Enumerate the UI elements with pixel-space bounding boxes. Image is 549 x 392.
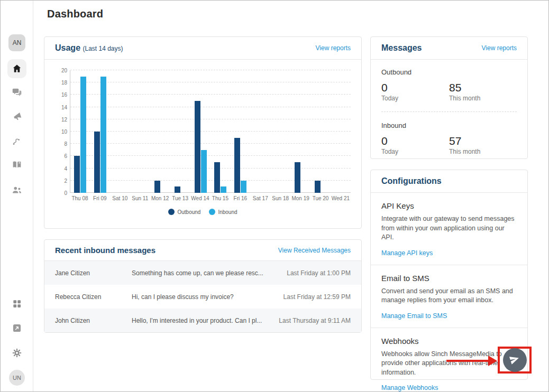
avatar: UN	[9, 370, 25, 386]
legend-item-inbound: Inbound	[209, 209, 237, 215]
sidebar-item-apps[interactable]	[1, 298, 33, 311]
bar-group	[90, 70, 111, 193]
y-axis-tick: 2	[64, 178, 67, 183]
bar-group	[271, 70, 291, 193]
table-row[interactable]: John CitizenHello, I'm interested in you…	[44, 309, 361, 332]
config-section-title: API Keys	[381, 201, 517, 210]
stat-label: This month	[449, 95, 517, 102]
outbound-bar	[295, 162, 300, 193]
stat-label: This month	[449, 148, 517, 155]
config-section-title: Email to SMS	[381, 274, 517, 283]
sidebar-item-knowledge[interactable]	[1, 159, 33, 173]
section-label: Outbound	[381, 68, 517, 76]
stat-label: Today	[381, 148, 449, 155]
message-timestamp: Last Thursday at 9:11 AM	[279, 317, 351, 324]
sidebar-item-flows[interactable]	[1, 135, 33, 149]
bar-group	[231, 70, 251, 193]
message-preview: Hi, can I please discuss my invoice?	[132, 293, 283, 301]
home-icon	[7, 59, 26, 78]
x-axis-label: Sun 18	[270, 195, 290, 201]
month-stat: 57This month	[449, 135, 517, 155]
bar-group	[331, 70, 351, 193]
stat-columns: 0Today57This month	[381, 135, 517, 155]
view-received-messages-link[interactable]: View Received Messages	[278, 247, 351, 254]
sidebar-item-conversations[interactable]	[1, 87, 33, 100]
config-section-description: Convert and send your email as an SMS an…	[381, 287, 517, 305]
inbound-bar	[241, 181, 246, 193]
x-axis-label: Fri 09	[90, 195, 110, 201]
outbound-bar	[94, 132, 100, 193]
legend-dot	[209, 209, 215, 215]
main-content: Dashboard Usage (Last 14 days) View repo…	[33, 1, 548, 391]
sidebar-user-avatar[interactable]: UN	[1, 370, 33, 386]
inbound-bar	[201, 150, 207, 193]
annotation-highlight-box	[498, 347, 532, 374]
sidebar-item-contacts[interactable]	[1, 184, 33, 198]
inbound-bar	[80, 77, 86, 193]
config-section-description: Integrate with our gateway to send messa…	[381, 214, 517, 242]
sidebar-item-home[interactable]	[1, 59, 33, 78]
reports-trending-icon	[12, 323, 22, 335]
messages-card-title: Messages	[381, 43, 422, 53]
bar-group	[70, 70, 90, 193]
manage-link[interactable]: Manage Email to SMS	[381, 312, 447, 320]
config-section-title: Webhooks	[381, 337, 517, 346]
y-axis-tick: 18	[61, 80, 67, 86]
chat-launcher-button[interactable]	[503, 348, 527, 372]
y-axis-tick: 16	[61, 92, 67, 98]
outbound-bar	[315, 181, 321, 193]
usage-card-subtitle: (Last 14 days)	[83, 45, 123, 52]
configurations-card-title: Configurations	[381, 176, 442, 186]
view-reports-link[interactable]: View reports	[316, 44, 351, 52]
legend-dot	[168, 209, 175, 215]
bar-group	[131, 70, 151, 193]
sender-name: John Citizen	[55, 317, 132, 324]
x-axis-label: Sun 11	[130, 195, 150, 201]
sidebar-item-settings[interactable]	[1, 348, 33, 360]
bar-group	[290, 70, 310, 193]
knowledge-book-icon	[11, 159, 23, 173]
sender-name: Rebecca Citizen	[55, 293, 132, 301]
chart-plot-area: 02468101214161820	[70, 70, 351, 193]
config-section-email-to-sms: Email to SMSConvert and send your email …	[371, 265, 527, 328]
y-axis-tick: 10	[61, 129, 67, 135]
dashed-divider	[381, 111, 517, 112]
x-axis-label: Mon 19	[290, 195, 310, 201]
x-axis-label: Wed 14	[190, 195, 211, 201]
today-stat: 0Today	[381, 81, 449, 102]
usage-bar-chart: 02468101214161820 Thu 08Fri 09Sat 10Sun …	[44, 60, 361, 215]
outbound-bar	[175, 186, 180, 193]
messages-card: Messages View reports Outbound0Today85Th…	[370, 36, 528, 159]
bar-group	[251, 70, 271, 193]
x-axis-label: Sat 17	[250, 195, 270, 201]
table-row[interactable]: Rebecca CitizenHi, can I please discuss …	[44, 285, 361, 309]
manage-link[interactable]: Manage API keys	[381, 249, 433, 257]
today-stat: 0Today	[381, 135, 449, 155]
contacts-people-icon	[11, 184, 23, 198]
x-axis-label: Thu 08	[70, 195, 90, 201]
dashboard-page: AN	[0, 0, 549, 392]
sidebar: AN	[1, 1, 33, 391]
recent-messages-table: Jane CitizenSomething has come up, can w…	[44, 261, 361, 332]
manage-link[interactable]: Manage Webhooks	[381, 384, 438, 391]
stat-value: 0	[381, 81, 449, 94]
outbound-bar	[195, 101, 200, 193]
chart-bar-groups	[70, 70, 351, 193]
message-preview: Something has come up, can we please res…	[132, 269, 287, 277]
message-timestamp: Last Friday at 1:00 PM	[287, 269, 351, 277]
conversations-icon	[11, 87, 23, 100]
message-preview: Hello, I'm interested in your product. C…	[132, 317, 279, 324]
y-axis-tick: 6	[64, 153, 67, 159]
y-axis-tick: 8	[64, 141, 67, 147]
y-axis-tick: 20	[61, 68, 67, 73]
x-axis-label: Tue 13	[170, 195, 190, 201]
apps-grid-icon	[12, 298, 22, 311]
inbound-bar	[221, 186, 226, 193]
section-label: Inbound	[381, 122, 517, 129]
messages-section-inbound: Inbound0Today57This month	[381, 122, 517, 155]
sidebar-item-campaigns[interactable]	[1, 111, 33, 125]
table-row[interactable]: Jane CitizenSomething has come up, can w…	[44, 261, 361, 285]
sidebar-item-reports[interactable]	[1, 323, 33, 335]
messages-view-reports-link[interactable]: View reports	[482, 44, 517, 52]
sidebar-account-avatar[interactable]: AN	[1, 34, 33, 51]
